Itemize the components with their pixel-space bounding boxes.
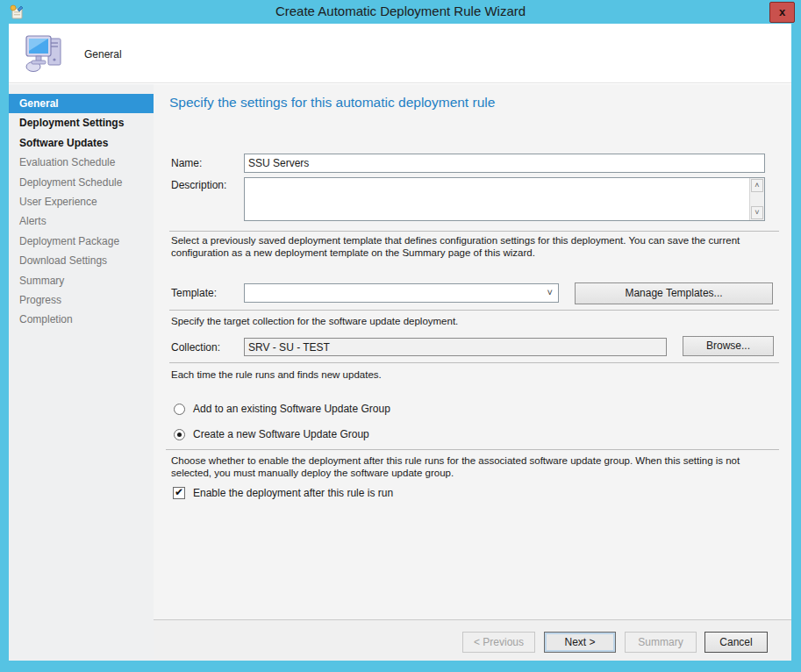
main-area: General Deployment Settings Software Upd… xyxy=(9,84,791,661)
description-textarea[interactable]: ˄ ˅ xyxy=(244,177,765,221)
divider xyxy=(169,231,779,232)
page-header: General xyxy=(9,24,791,83)
chevron-down-icon: ˅ xyxy=(755,208,759,217)
collection-note: Specify the target collection for the so… xyxy=(171,315,780,327)
radio-button-icon xyxy=(174,429,185,440)
sidebar-item-completion: Completion xyxy=(9,310,154,329)
chevron-up-icon: ˄ xyxy=(755,181,759,189)
scroll-up-button[interactable]: ˄ xyxy=(751,179,763,192)
sidebar-item-deployment-schedule: Deployment Schedule xyxy=(9,173,154,192)
rule-frequency-note: Each time the rule runs and finds new up… xyxy=(171,368,780,381)
divider xyxy=(166,449,779,450)
divider xyxy=(169,310,779,311)
sidebar-item-evaluation-schedule: Evaluation Schedule xyxy=(9,153,154,172)
wizard-nav-sidebar: General Deployment Settings Software Upd… xyxy=(9,84,154,661)
name-label: Name: xyxy=(171,157,202,169)
sidebar-item-alerts: Alerts xyxy=(9,211,154,231)
sidebar-item-progress: Progress xyxy=(9,290,154,310)
scroll-down-button[interactable]: ˅ xyxy=(751,206,763,219)
enable-deployment-checkbox[interactable]: ✔ Enable the deployment after this rule … xyxy=(173,486,393,500)
summary-button: Summary xyxy=(625,632,697,653)
sidebar-item-deployment-package: Deployment Package xyxy=(9,232,154,251)
browse-button[interactable]: Browse... xyxy=(683,336,774,356)
radio-button-icon xyxy=(174,404,185,415)
content-panel: Specify the settings for this automatic … xyxy=(154,84,791,661)
name-input[interactable] xyxy=(244,154,765,173)
sidebar-item-download-settings: Download Settings xyxy=(9,251,154,270)
collection-label: Collection: xyxy=(171,341,220,354)
cancel-button[interactable]: Cancel xyxy=(704,632,768,653)
computer-icon xyxy=(25,33,67,74)
sidebar-item-deployment-settings[interactable]: Deployment Settings xyxy=(9,113,154,132)
window-title: Create Automatic Deployment Rule Wizard xyxy=(0,0,801,24)
divider xyxy=(169,362,779,363)
collection-input[interactable] xyxy=(244,338,667,356)
page-title: Specify the settings for this automatic … xyxy=(169,95,495,111)
description-label: Description: xyxy=(171,179,226,191)
radio-label: Create a new Software Update Group xyxy=(193,428,369,440)
close-button[interactable]: x xyxy=(769,2,795,23)
template-combobox[interactable]: ˅ xyxy=(244,283,559,303)
wizard-window: Create Automatic Deployment Rule Wizard … xyxy=(0,0,801,672)
wizard-footer: < Previous Next > Summary Cancel xyxy=(154,619,791,661)
checkbox-label: Enable the deployment after this rule is… xyxy=(193,487,393,499)
radio-label: Add to an existing Software Update Group xyxy=(193,403,390,415)
checkmark-icon: ✔ xyxy=(175,486,183,498)
sidebar-item-summary: Summary xyxy=(9,271,154,290)
window-body: General General Deployment Settings Soft… xyxy=(9,24,791,661)
radio-create-new-group[interactable]: Create a new Software Update Group xyxy=(174,427,369,441)
sidebar-item-general[interactable]: General xyxy=(9,94,154,113)
chevron-down-icon: ˅ xyxy=(547,287,553,297)
titlebar: Create Automatic Deployment Rule Wizard … xyxy=(0,0,801,24)
close-icon: x xyxy=(779,5,785,18)
manage-templates-button[interactable]: Manage Templates... xyxy=(575,282,773,304)
sidebar-item-user-experience: User Experience xyxy=(9,192,154,211)
next-button[interactable]: Next > xyxy=(544,632,616,653)
sidebar-item-software-updates[interactable]: Software Updates xyxy=(9,133,154,153)
radio-add-existing-group[interactable]: Add to an existing Software Update Group xyxy=(174,402,390,416)
template-note: Select a previously saved deployment tem… xyxy=(171,234,780,259)
checkbox-icon: ✔ xyxy=(173,487,185,499)
previous-button: < Previous xyxy=(462,632,535,653)
template-label: Template: xyxy=(171,287,217,299)
enable-deployment-note: Choose whether to enable the deployment … xyxy=(171,454,780,479)
description-scrollbar[interactable]: ˄ ˅ xyxy=(749,178,764,220)
page-header-label: General xyxy=(84,48,122,61)
